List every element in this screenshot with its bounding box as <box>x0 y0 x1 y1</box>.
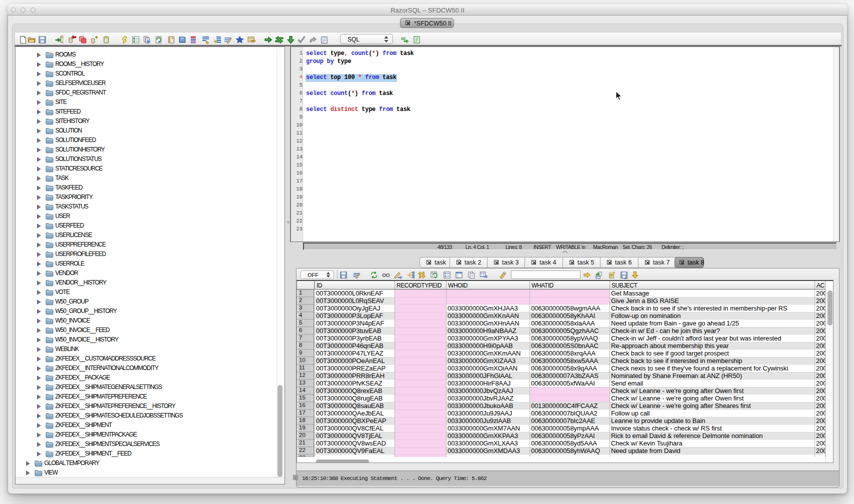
svg-text:66: 66 <box>401 36 406 41</box>
